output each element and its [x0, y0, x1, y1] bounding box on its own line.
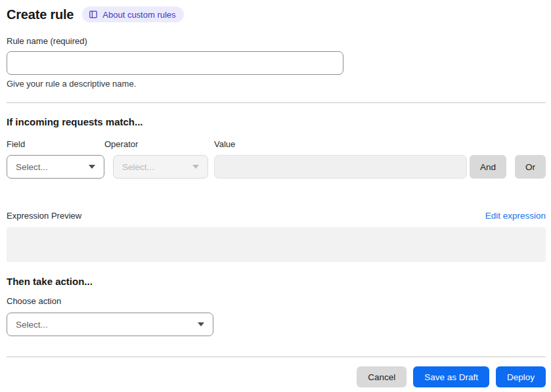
or-button[interactable]: Or — [515, 155, 546, 179]
page-title: Create rule — [7, 7, 74, 22]
edit-expression-link[interactable]: Edit expression — [485, 211, 546, 221]
choose-action-label: Choose action — [7, 296, 546, 306]
about-custom-rules-link[interactable]: About custom rules — [82, 7, 183, 22]
deploy-button[interactable]: Deploy — [496, 366, 546, 387]
value-column: Value — [214, 139, 467, 179]
expression-preview-header: Expression Preview Edit expression — [7, 211, 546, 221]
and-button[interactable]: And — [470, 155, 506, 179]
field-column: Field Select... — [7, 139, 104, 179]
about-custom-rules-label: About custom rules — [102, 11, 175, 19]
operator-label: Operator — [104, 139, 208, 149]
footer-divider — [7, 357, 546, 357]
rule-name-label: Rule name (required) — [7, 36, 546, 46]
expression-preview-box — [7, 227, 546, 262]
choose-action-select[interactable]: Select... — [7, 313, 213, 336]
chevron-down-icon — [198, 322, 204, 326]
value-label: Value — [214, 139, 467, 149]
footer-button-row: Cancel Save as Draft Deploy — [7, 366, 546, 387]
and-or-button-group: And Or — [470, 155, 546, 179]
chevron-down-icon — [89, 165, 95, 169]
operator-select: Select... — [113, 155, 208, 179]
field-select[interactable]: Select... — [7, 155, 104, 179]
field-select-value: Select... — [16, 162, 48, 172]
operator-column: Operator Select... — [104, 139, 208, 179]
operator-select-value: Select... — [122, 162, 154, 172]
action-section-heading: Then take action... — [7, 276, 546, 287]
save-as-draft-button[interactable]: Save as Draft — [413, 366, 489, 387]
match-expression-row: Field Select... Operator Select... Value… — [7, 139, 546, 179]
cancel-button[interactable]: Cancel — [357, 366, 407, 387]
book-icon — [89, 10, 98, 19]
rule-name-helper-text: Give your rule a descriptive name. — [7, 79, 546, 89]
value-input — [214, 155, 467, 179]
chevron-down-icon — [192, 165, 199, 169]
match-section-heading: If incoming requests match... — [7, 116, 546, 127]
page-header: Create rule About custom rules — [7, 7, 546, 22]
create-rule-page: Create rule About custom rules Rule name… — [0, 0, 551, 392]
section-divider — [7, 102, 546, 103]
expression-preview-label: Expression Preview — [7, 211, 81, 221]
field-label: Field — [7, 139, 104, 149]
rule-name-input[interactable] — [7, 51, 343, 75]
rule-name-group: Rule name (required) Give your rule a de… — [7, 36, 546, 89]
choose-action-select-value: Select... — [16, 320, 48, 330]
